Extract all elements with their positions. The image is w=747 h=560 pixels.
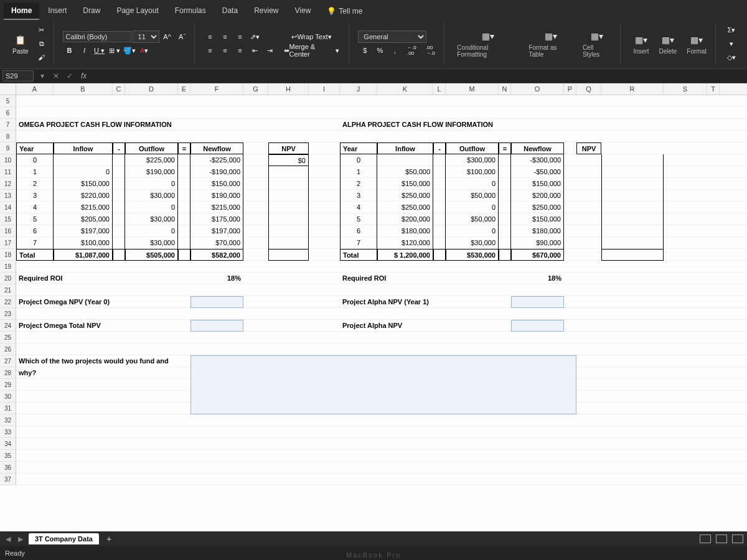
comma-button[interactable]: , <box>388 44 402 57</box>
tab-review[interactable]: Review <box>247 2 286 20</box>
underline-button[interactable]: U ▾ <box>93 44 106 57</box>
sheet-nav-next[interactable]: ▶ <box>16 535 25 543</box>
cell[interactable] <box>499 249 511 261</box>
alpha-newflow-7[interactable]: $90,000 <box>511 237 564 249</box>
hdr-minus[interactable]: - <box>433 142 446 154</box>
cell[interactable] <box>268 225 309 237</box>
omega-total-npv-input[interactable] <box>190 320 243 332</box>
cell[interactable] <box>178 202 190 213</box>
increase-decimal-button[interactable]: ←.0.00 <box>403 44 420 57</box>
alpha-year-3[interactable]: 3 <box>340 190 377 202</box>
cell[interactable] <box>178 190 190 202</box>
omega-npv-0[interactable]: $0 <box>268 154 309 166</box>
cell[interactable] <box>601 213 664 225</box>
col-header-L[interactable]: L <box>433 83 446 95</box>
copy-button[interactable]: ⧉ <box>35 37 49 50</box>
cell[interactable] <box>499 237 511 249</box>
alpha-total-label[interactable]: Total <box>340 249 377 261</box>
fill-color-button[interactable]: 🪣▾ <box>123 44 136 57</box>
alpha-year-7[interactable]: 7 <box>340 237 377 249</box>
row-header-24[interactable]: 24 <box>0 320 16 332</box>
omega-total-outflow[interactable]: $505,000 <box>125 249 178 261</box>
decrease-font-button[interactable]: Aˇ <box>176 30 189 43</box>
alpha-outflow-2[interactable]: 0 <box>446 178 499 190</box>
paste-button[interactable]: 📋 Paste <box>9 30 32 57</box>
row-header-37[interactable]: 37 <box>0 474 16 485</box>
namebox-dropdown[interactable]: ▾ <box>37 72 47 80</box>
alpha-total-outflow[interactable]: $530,000 <box>446 249 499 261</box>
row-header-23[interactable]: 23 <box>0 308 16 320</box>
omega-year-0[interactable]: 0 <box>16 154 54 166</box>
omega-outflow-2[interactable]: 0 <box>125 178 178 190</box>
row-header-32[interactable]: 32 <box>0 414 16 426</box>
tab-page-layout[interactable]: Page Layout <box>109 2 166 20</box>
cell[interactable] <box>499 225 511 237</box>
sheet-tab-active[interactable]: 3T Company Data <box>29 533 99 544</box>
row-header-12[interactable]: 12 <box>0 178 16 190</box>
col-header-N[interactable]: N <box>499 83 511 95</box>
row-header-13[interactable]: 13 <box>0 190 16 202</box>
hdr-outflow[interactable]: Outflow <box>446 142 499 154</box>
omega-roi-val[interactable]: 18% <box>190 273 243 284</box>
orientation-button[interactable]: ⇗▾ <box>248 30 262 43</box>
conditional-formatting-button[interactable]: ▦▾ Conditional Formatting <box>453 27 522 60</box>
omega-total-inflow[interactable]: $1,087,000 <box>54 249 113 261</box>
cell[interactable] <box>178 154 190 166</box>
hdr-inflow[interactable]: Inflow <box>54 142 113 154</box>
col-header-K[interactable]: K <box>377 83 433 95</box>
row-header-20[interactable]: 20 <box>0 273 16 284</box>
row-header-36[interactable]: 36 <box>0 462 16 474</box>
alpha-outflow-4[interactable]: 0 <box>446 202 499 213</box>
cell[interactable] <box>433 166 446 178</box>
col-header-J[interactable]: J <box>340 83 377 95</box>
omega-inflow-5[interactable]: $205,000 <box>54 213 113 225</box>
cell[interactable] <box>268 202 309 213</box>
col-header-A[interactable]: A <box>16 83 54 95</box>
col-header-I[interactable]: I <box>309 83 340 95</box>
increase-indent-button[interactable]: ⇥ <box>263 44 277 57</box>
alpha-total-newflow[interactable]: $670,000 <box>511 249 564 261</box>
cell[interactable] <box>433 225 446 237</box>
wrap-text-button[interactable]: ↩ Wrap Text ▾ <box>280 30 344 43</box>
format-painter-button[interactable]: 🖌 <box>35 51 49 63</box>
omega-npv-yr0-input[interactable] <box>190 296 243 308</box>
autosum-button[interactable]: Σ▾ <box>725 24 738 36</box>
cell[interactable] <box>178 225 190 237</box>
omega-year-4[interactable]: 4 <box>16 202 54 213</box>
cell[interactable] <box>178 166 190 178</box>
cut-button[interactable]: ✂ <box>35 24 49 36</box>
tab-insert[interactable]: Insert <box>40 2 74 20</box>
question-line2[interactable]: why? <box>16 367 113 379</box>
row-header-26[interactable]: 26 <box>0 343 16 355</box>
cell[interactable] <box>433 190 446 202</box>
alpha-total-npv-input[interactable] <box>511 320 564 332</box>
alpha-inflow-1[interactable]: $50,000 <box>377 166 433 178</box>
omega-inflow-2[interactable]: $150,000 <box>54 178 113 190</box>
font-color-button[interactable]: A▾ <box>138 44 151 57</box>
alpha-inflow-2[interactable]: $150,000 <box>377 178 433 190</box>
alpha-newflow-0[interactable]: -$300,000 <box>511 154 564 166</box>
row-header-16[interactable]: 16 <box>0 225 16 237</box>
alpha-roi-label[interactable]: Required ROI <box>340 273 446 284</box>
cell[interactable] <box>113 213 125 225</box>
row-header-11[interactable]: 11 <box>0 166 16 178</box>
cell[interactable] <box>113 154 125 166</box>
normal-view-button[interactable] <box>700 534 711 543</box>
alpha-outflow-5[interactable]: $50,000 <box>446 213 499 225</box>
cell[interactable] <box>601 202 664 213</box>
col-header-Q[interactable]: Q <box>576 83 601 95</box>
row-header-28[interactable]: 28 <box>0 367 16 379</box>
hdr-minus[interactable]: - <box>113 142 125 154</box>
col-header-D[interactable]: D <box>125 83 178 95</box>
worksheet[interactable]: ABCDEFGHIJKLMNOPQRST 5678910111213141516… <box>0 83 747 550</box>
hdr-year[interactable]: Year <box>16 142 54 154</box>
cell[interactable] <box>178 213 190 225</box>
hdr-eq[interactable]: = <box>178 142 190 154</box>
omega-inflow-6[interactable]: $197,000 <box>54 225 113 237</box>
omega-outflow-1[interactable]: $190,000 <box>125 166 178 178</box>
cell[interactable] <box>268 249 309 261</box>
cell[interactable] <box>601 154 664 166</box>
alpha-outflow-1[interactable]: $100,000 <box>446 166 499 178</box>
col-header-H[interactable]: H <box>268 83 309 95</box>
alpha-npv-yr1-label[interactable]: Project Alpha NPV (Year 1) <box>340 296 511 308</box>
